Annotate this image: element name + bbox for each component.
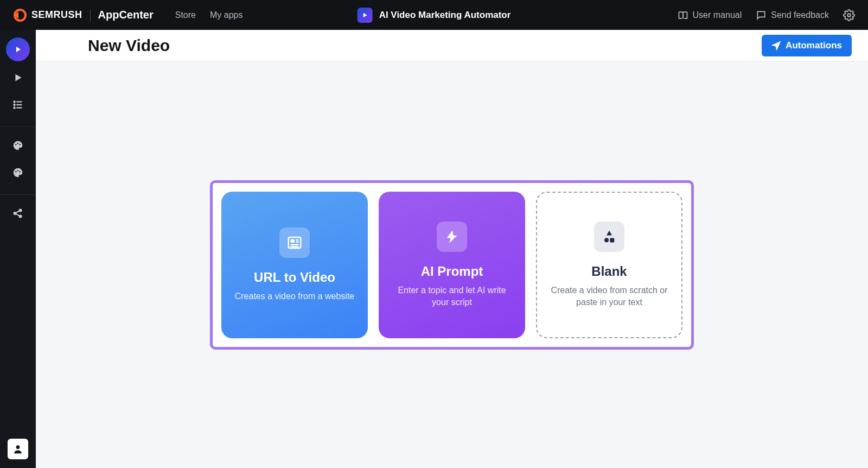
svg-point-8 [15,144,16,145]
stage: URL to Video Creates a video from a webs… [36,61,868,468]
card-title: URL to Video [254,270,335,285]
top-bar: SEMRUSH AppCenter Store My apps AI Video… [0,0,868,30]
sidebar-item-themes-1[interactable] [7,135,29,156]
svg-point-15 [19,209,21,211]
svg-point-19 [16,445,20,449]
page-header: New Video Automations [36,30,868,61]
svg-point-2 [14,101,15,102]
top-right: User manual Send feedback [678,9,855,21]
svg-point-13 [19,171,20,172]
profile-button[interactable] [8,439,28,459]
card-title: Blank [591,264,627,279]
sidebar-item-list[interactable] [7,94,29,116]
gear-icon [843,9,855,21]
card-url-to-video[interactable]: URL to Video Creates a video from a webs… [221,192,368,338]
brand-divider [90,9,91,21]
automations-label: Automations [786,40,842,51]
card-blank[interactable]: Blank Create a video from scratch or pas… [536,192,682,338]
play-circle-icon [13,45,23,54]
svg-line-18 [16,214,19,216]
sidebar-separator [0,127,36,127]
main-content: New Video Automations URL to Video Creat… [36,30,868,468]
svg-point-4 [14,104,15,105]
sidebar-item-videos[interactable] [7,67,29,88]
book-icon [678,10,688,21]
svg-point-16 [19,215,21,217]
newspaper-icon [279,227,310,258]
svg-point-10 [19,144,20,145]
svg-rect-27 [610,238,614,242]
shapes-icon [594,222,624,252]
page-title: New Video [88,36,170,55]
send-feedback-link[interactable]: Send feedback [756,10,829,21]
svg-rect-21 [291,239,295,242]
send-icon [771,41,781,50]
send-feedback-label: Send feedback [771,10,829,20]
share-nodes-icon [12,207,24,219]
card-description: Creates a video from a website [235,290,355,302]
semrush-logo-icon [13,8,27,22]
palette-icon [12,140,24,151]
person-icon [12,444,23,454]
top-nav: Store My apps [175,10,243,20]
card-ai-prompt[interactable]: AI Prompt Enter a topic and let AI write… [379,192,525,338]
svg-point-6 [14,107,15,108]
appcenter-label[interactable]: AppCenter [98,9,154,21]
card-description: Create a video from scratch or paste in … [548,284,671,308]
option-cards-frame: URL to Video Creates a video from a webs… [210,180,694,350]
svg-point-14 [14,212,16,214]
svg-point-1 [847,14,851,17]
bolt-icon [437,222,467,252]
palette-icon [12,167,24,179]
nav-my-apps[interactable]: My apps [210,10,242,20]
current-app-icon [358,8,373,23]
svg-point-12 [17,170,18,171]
svg-point-11 [15,171,16,172]
sidebar-app-icon[interactable] [6,37,30,61]
user-manual-link[interactable]: User manual [678,10,742,21]
play-icon [12,72,24,84]
brand-text: SEMRUSH [31,9,82,21]
svg-point-9 [17,143,18,144]
card-description: Enter a topic and let AI write your scri… [390,284,514,308]
automations-button[interactable]: Automations [762,35,852,56]
svg-line-17 [16,211,19,213]
current-app: AI Video Marketing Automator [358,8,511,23]
list-icon [12,99,24,111]
svg-point-26 [604,238,609,242]
current-app-title: AI Video Marketing Automator [379,10,511,21]
settings-button[interactable] [843,9,855,21]
sidebar-separator [0,194,36,195]
sidebar-item-share[interactable] [7,203,29,224]
brand-block: SEMRUSH [13,8,82,22]
user-manual-label: User manual [693,10,742,20]
comment-icon [756,10,767,21]
sidebar [0,30,36,468]
nav-store[interactable]: Store [175,10,196,20]
sidebar-item-themes-2[interactable] [7,162,29,184]
card-title: AI Prompt [421,264,483,279]
